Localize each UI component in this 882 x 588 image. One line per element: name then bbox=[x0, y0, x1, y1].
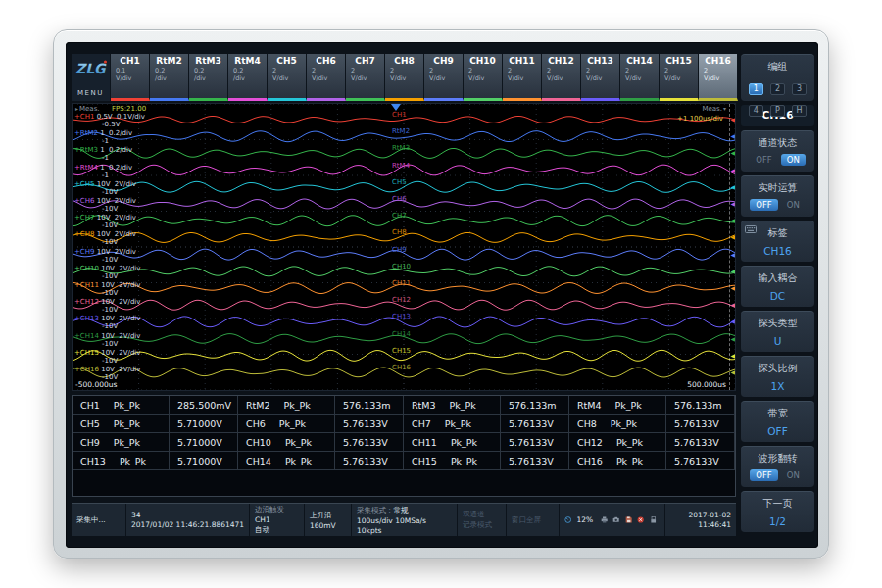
save-icon[interactable] bbox=[625, 514, 632, 525]
next-page-tile[interactable]: 下一页 1/2 bbox=[741, 491, 814, 532]
channel-tab-ch8[interactable]: CH82V/div bbox=[385, 54, 424, 101]
trigger-position-marker[interactable] bbox=[391, 104, 401, 111]
brand-dot-icon bbox=[103, 60, 106, 63]
waveform-overlay: ▸Meas. FPS:21.00 Meas.▾ +1 100us/div -50… bbox=[73, 104, 735, 390]
channel-readout-ch14: +CH14 10V 2V/div-10V bbox=[74, 332, 140, 348]
channel-zero-marker[interactable]: ◀ bbox=[730, 301, 735, 309]
channel-status-on[interactable]: ON bbox=[781, 154, 806, 166]
group-button-2[interactable]: 2 bbox=[770, 83, 785, 95]
acquire-mode-info[interactable]: 采集模式：常规 100us/div 10MSa/s 10kpts bbox=[352, 504, 458, 536]
realtime-math-on[interactable]: ON bbox=[781, 199, 806, 211]
channel-zero-marker[interactable]: ◀ bbox=[730, 217, 735, 224]
printer-icon[interactable] bbox=[601, 514, 608, 525]
channel-zero-marker[interactable]: ◀ bbox=[730, 183, 735, 191]
usb-icon[interactable] bbox=[650, 514, 657, 525]
channel-zero-marker[interactable]: ◀ bbox=[730, 200, 735, 208]
group-button-p[interactable]: P bbox=[770, 105, 785, 117]
camera-icon[interactable] bbox=[612, 514, 619, 525]
group-button-3[interactable]: 3 bbox=[792, 83, 807, 95]
channel-tab-ch5[interactable]: CH52V/div bbox=[268, 54, 307, 101]
channel-status-tile[interactable]: 通道状态 OFF ON bbox=[741, 130, 814, 172]
channel-tab-ch14[interactable]: CH142V/div bbox=[620, 54, 660, 101]
measurement-value: 5.76133V bbox=[335, 452, 404, 470]
status-icons: 12% bbox=[560, 504, 665, 536]
channel-tab-ch10[interactable]: CH102V/div bbox=[464, 54, 503, 101]
channel-tab-scale: 2 bbox=[503, 67, 541, 74]
waveform-invert-off[interactable]: OFF bbox=[750, 469, 777, 481]
probe-ratio-tile[interactable]: 探头比例 1X bbox=[741, 356, 814, 397]
channel-status-off[interactable]: OFF bbox=[750, 154, 777, 166]
channel-tab-rtm4[interactable]: RtM40.2/div bbox=[228, 54, 268, 101]
channel-tab-scale: 0.2 bbox=[150, 67, 188, 74]
triangle-icon: ▾ bbox=[723, 105, 726, 112]
group-panel: 编组 1 2 3 4 P H bbox=[741, 54, 814, 101]
channel-tab-ch13[interactable]: CH132V/div bbox=[581, 54, 620, 101]
acquisition-status: 采集中... bbox=[72, 504, 126, 536]
channel-zero-marker[interactable]: ◀ bbox=[730, 116, 735, 123]
brand-logo: ZLG bbox=[74, 57, 108, 80]
menu-button[interactable]: ZLG MENU bbox=[72, 54, 111, 101]
waveform-display[interactable]: ▸Meas. FPS:21.00 Meas.▾ +1 100us/div -50… bbox=[72, 103, 736, 391]
channel-tab-unit: V/div bbox=[542, 74, 580, 82]
channel-zero-marker[interactable]: ◀ bbox=[730, 149, 735, 157]
channel-zero-marker[interactable]: ◀ bbox=[730, 268, 735, 275]
group-button-4[interactable]: 4 bbox=[749, 105, 763, 117]
measurement-name: CH9Pk_Pk bbox=[73, 433, 170, 452]
clock: 2017-01-02 11:46:41 bbox=[665, 504, 736, 536]
channel-midlabel-ch1: CH1 bbox=[392, 111, 407, 119]
bandwidth-tile[interactable]: 带宽 OFF bbox=[741, 401, 814, 442]
brand-text: ZLG bbox=[75, 61, 107, 76]
channel-tab-ch16[interactable]: CH162V/div bbox=[699, 54, 738, 101]
group-button-h[interactable]: H bbox=[792, 105, 807, 117]
trigger-info[interactable]: 边沿触发 CH1 自动 bbox=[250, 504, 305, 536]
channel-tab-label: RtM4 bbox=[228, 56, 267, 67]
time-right-label: 500.000us bbox=[687, 380, 726, 389]
channel-tab-unit: /div bbox=[189, 74, 227, 82]
channel-midlabel-ch11: CH11 bbox=[392, 279, 411, 287]
channel-readout-ch11: +CH11 10V 2V/div-10V bbox=[74, 281, 140, 297]
channel-zero-marker[interactable]: ◀ bbox=[730, 335, 735, 343]
channel-tab-label: RtM2 bbox=[150, 56, 188, 67]
channel-zero-marker[interactable]: ◀ bbox=[730, 368, 735, 376]
measurement-name: CH13Pk_Pk bbox=[73, 452, 170, 470]
channel-zero-marker[interactable]: ◀ bbox=[730, 167, 735, 174]
channel-tab-ch11[interactable]: CH112V/div bbox=[503, 54, 542, 101]
channel-tab-ch15[interactable]: CH152V/div bbox=[660, 54, 699, 101]
measurement-value: 576.133m bbox=[335, 396, 404, 415]
channel-tab-label: CH9 bbox=[424, 56, 463, 67]
meas-handle-right[interactable]: Meas.▾ bbox=[702, 105, 727, 113]
realtime-math-tile[interactable]: 实时运算 OFF ON bbox=[741, 175, 814, 217]
probe-type-tile[interactable]: 探头类型 U bbox=[741, 311, 814, 352]
channel-tab-rtm3[interactable]: RtM30.2/div bbox=[189, 54, 228, 101]
channel-tab-ch7[interactable]: CH72V/div bbox=[346, 54, 385, 101]
input-coupling-tile[interactable]: 输入耦合 DC bbox=[741, 266, 814, 307]
channel-tab-ch9[interactable]: CH92V/div bbox=[424, 54, 464, 101]
screen: ZLG MENU CH10.1V/divRtM20.2/divRtM30.2/d… bbox=[66, 42, 818, 548]
channel-tab-label: CH8 bbox=[385, 56, 423, 67]
channel-tab-label: CH13 bbox=[581, 56, 619, 67]
channel-tab-ch6[interactable]: CH62V/div bbox=[307, 54, 346, 101]
measurement-name: RtM2Pk_Pk bbox=[238, 396, 335, 415]
channel-tab-rtm2[interactable]: RtM20.2/div bbox=[150, 54, 189, 101]
channel-zero-marker[interactable]: ◀ bbox=[730, 284, 735, 292]
measurement-value: 576.133m bbox=[501, 396, 569, 415]
channel-zero-marker[interactable]: ◀ bbox=[730, 251, 735, 259]
channel-zero-marker[interactable]: ◀ bbox=[730, 132, 735, 140]
group-button-1[interactable]: 1 bbox=[749, 83, 763, 95]
label-tile[interactable]: 标签 CH16 bbox=[741, 220, 814, 262]
channel-zero-marker[interactable]: ◀ bbox=[730, 352, 735, 360]
realtime-math-off[interactable]: OFF bbox=[750, 199, 777, 211]
channel-tab-scale: 2 bbox=[660, 67, 698, 74]
channel-midlabel-ch13: CH13 bbox=[392, 313, 411, 320]
measurement-value: 5.71000V bbox=[170, 415, 238, 433]
channel-zero-marker[interactable]: ◀ bbox=[730, 233, 735, 241]
channel-tab-ch1[interactable]: CH10.1V/div bbox=[111, 54, 150, 101]
channel-tab-scale: 2 bbox=[307, 67, 345, 74]
waveform-invert-on[interactable]: ON bbox=[781, 469, 806, 481]
channel-tab-ch12[interactable]: CH122V/div bbox=[542, 54, 581, 101]
channel-readout-rtm3: +RtM3 1 0.2/div-1 bbox=[74, 146, 132, 162]
measurement-name: CH7Pk_Pk bbox=[404, 415, 501, 433]
waveform-invert-tile[interactable]: 波形翻转 OFF ON bbox=[741, 446, 814, 487]
meas-handle-left[interactable]: ▸Meas. bbox=[74, 105, 100, 113]
channel-zero-marker[interactable]: ◀ bbox=[730, 318, 735, 325]
